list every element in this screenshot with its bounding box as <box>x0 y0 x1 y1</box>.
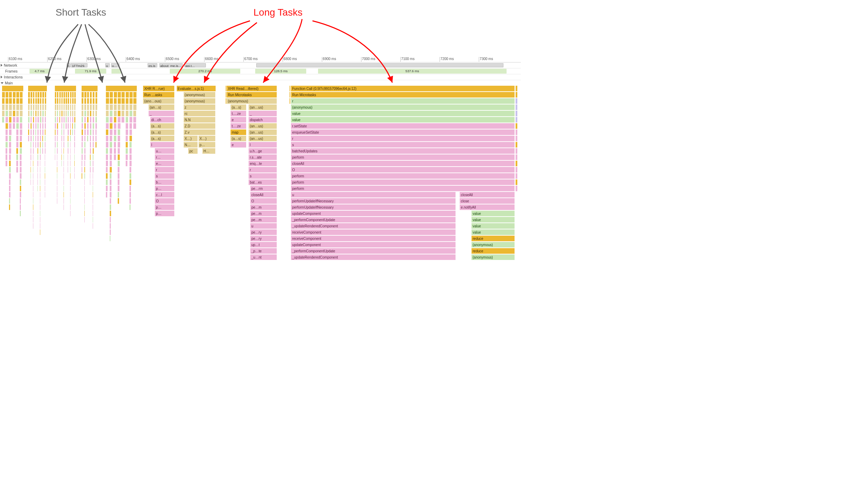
flame-frame[interactable]: Z.v <box>184 129 216 135</box>
flame-frame[interactable] <box>84 179 85 185</box>
flame-frame[interactable]: updateComponent <box>291 242 456 248</box>
flame-frame[interactable] <box>64 142 65 148</box>
flame-frame[interactable] <box>74 167 75 173</box>
flame-frame[interactable] <box>68 117 69 123</box>
flame-frame[interactable] <box>90 167 91 173</box>
flame-frame[interactable] <box>93 223 93 229</box>
flame-frame[interactable] <box>84 142 86 148</box>
flame-frame[interactable] <box>6 92 9 98</box>
flame-frame[interactable] <box>72 111 74 117</box>
flame-frame[interactable] <box>13 117 16 123</box>
flame-frame[interactable] <box>93 123 94 129</box>
flame-frame[interactable] <box>93 154 94 160</box>
flame-frame[interactable] <box>61 98 63 104</box>
flame-frame[interactable] <box>130 92 133 98</box>
flame-frame[interactable] <box>68 161 68 167</box>
flame-frame[interactable] <box>68 104 69 110</box>
flame-frame[interactable]: (a…s) <box>150 123 175 129</box>
flame-frame[interactable] <box>290 98 291 104</box>
flame-frame[interactable] <box>57 167 58 173</box>
flame-frame[interactable] <box>64 136 65 142</box>
flame-frame[interactable] <box>37 179 38 185</box>
flame-frame[interactable] <box>42 111 44 117</box>
flame-frame[interactable] <box>45 142 46 148</box>
flame-frame[interactable]: closeAll <box>460 192 515 198</box>
frame-bar[interactable]: 71.9 ms <box>75 69 106 74</box>
flame-frame[interactable] <box>110 198 111 204</box>
flame-frame[interactable] <box>126 111 129 117</box>
flame-frame[interactable] <box>40 192 41 198</box>
flame-frame[interactable] <box>6 123 8 129</box>
flame-frame[interactable] <box>20 148 22 154</box>
frame-bar[interactable]: 128.5 ms <box>255 69 306 74</box>
flame-frame[interactable] <box>35 142 36 148</box>
flame-frame[interactable] <box>70 136 71 142</box>
flame-frame[interactable] <box>118 192 119 198</box>
flame-frame[interactable]: (anonymous) <box>227 98 277 104</box>
flame-frame[interactable]: s <box>291 142 515 148</box>
flame-frame[interactable] <box>6 104 8 110</box>
performance-timeline[interactable]: 6100 ms6200 ms6300 ms6400 ms6500 ms6600 … <box>0 56 521 301</box>
flame-frame[interactable] <box>130 148 132 154</box>
flame-frame[interactable] <box>126 129 128 135</box>
flame-frame[interactable] <box>33 223 34 229</box>
flame-frame[interactable]: b… <box>155 179 175 185</box>
flame-frame[interactable] <box>122 104 125 110</box>
flame-frame[interactable]: up…t <box>250 242 277 248</box>
flame-frame[interactable] <box>84 123 86 129</box>
flame-frame[interactable] <box>93 173 94 179</box>
flame-frame[interactable] <box>37 98 39 104</box>
frame-bar[interactable] <box>111 69 121 74</box>
flame-frame[interactable] <box>84 129 86 135</box>
flame-frame[interactable] <box>90 98 92 104</box>
flame-frame[interactable] <box>20 142 22 148</box>
flame-frame[interactable] <box>126 98 129 104</box>
flame-frame[interactable] <box>290 92 291 98</box>
flame-frame[interactable] <box>74 173 75 179</box>
flame-frame[interactable] <box>74 154 75 160</box>
flame-frame[interactable] <box>64 186 64 192</box>
flame-frame[interactable] <box>68 129 69 135</box>
flame-frame[interactable] <box>9 123 12 129</box>
flame-frame[interactable] <box>110 92 113 98</box>
flame-frame[interactable] <box>516 161 518 167</box>
flame-frame[interactable] <box>28 129 30 135</box>
flame-frame[interactable] <box>110 192 111 198</box>
flame-frame[interactable]: _performComponentUpdate <box>291 217 456 223</box>
flame-frame[interactable] <box>35 98 37 104</box>
flame-frame[interactable] <box>37 111 39 117</box>
flame-frame[interactable] <box>45 173 45 179</box>
flame-frame[interactable] <box>226 92 227 98</box>
flame-frame[interactable] <box>114 148 116 154</box>
flame-frame[interactable] <box>70 154 71 160</box>
flame-frame[interactable] <box>31 179 31 185</box>
flame-frame[interactable] <box>33 142 34 148</box>
flame-frame[interactable] <box>84 217 85 223</box>
flame-frame[interactable] <box>516 92 518 98</box>
flame-frame[interactable] <box>84 204 85 210</box>
flame-frame[interactable] <box>33 161 34 167</box>
flame-frame[interactable] <box>70 129 71 135</box>
flame-frame[interactable] <box>9 186 11 192</box>
frames-track-body[interactable]: 4.7 ms71.9 ms270.2 ms128.5 ms537.6 ms <box>28 68 521 74</box>
flame-frame[interactable] <box>55 142 56 148</box>
flame-frame[interactable] <box>516 86 518 92</box>
flame-frame[interactable]: pe…rm <box>250 186 277 192</box>
flame-frame[interactable] <box>57 154 58 160</box>
flame-frame[interactable] <box>130 142 132 148</box>
flame-frame[interactable]: value <box>471 217 515 223</box>
flame-frame[interactable] <box>61 161 62 167</box>
flame-frame[interactable] <box>84 136 86 142</box>
flame-frame[interactable] <box>82 98 84 104</box>
flame-frame[interactable]: (anonymous) <box>471 254 515 260</box>
flame-frame[interactable] <box>70 211 71 217</box>
flame-frame[interactable] <box>61 92 63 98</box>
flame-frame[interactable]: batchedUpdates <box>291 148 515 154</box>
flame-frame[interactable] <box>90 179 91 185</box>
flame-frame[interactable] <box>106 123 109 129</box>
flame-frame[interactable] <box>106 136 109 142</box>
flame-frame[interactable] <box>45 98 47 104</box>
flame-frame[interactable] <box>93 217 93 223</box>
flame-frame[interactable] <box>93 136 94 142</box>
flame-frame[interactable] <box>66 123 67 129</box>
